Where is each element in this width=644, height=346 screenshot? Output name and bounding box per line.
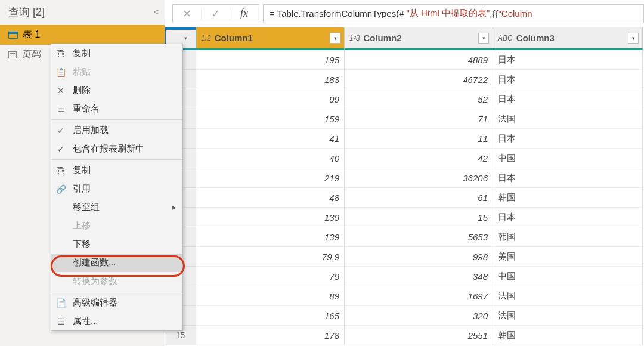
table-row[interactable]: 4111日本 [196, 129, 644, 149]
column-header-1[interactable]: 1.2 Column1 ▾ [196, 27, 345, 50]
menu-properties[interactable]: ☰属性... [51, 312, 182, 330]
cell-col1[interactable]: 99 [196, 89, 345, 109]
cell-col1[interactable]: 195 [196, 50, 345, 70]
cell-col3[interactable]: 中国 [493, 267, 643, 286]
column-header-2[interactable]: 1²3 Column2 ▾ [345, 27, 493, 50]
menu-move-up: 上移 [51, 217, 182, 235]
cell-col2[interactable]: 4889 [345, 50, 493, 70]
fx-icon[interactable]: fx [230, 7, 259, 20]
cell-col1[interactable]: 178 [196, 326, 345, 345]
cell-col3[interactable]: 中国 [493, 149, 643, 168]
reference-icon: 🔗 [55, 184, 67, 194]
cell-col2[interactable]: 15 [345, 208, 493, 227]
cell-col1[interactable]: 139 [196, 227, 345, 247]
cell-col1[interactable]: 165 [196, 306, 345, 326]
cell-col1[interactable]: 183 [196, 70, 345, 89]
cell-col2[interactable]: 320 [345, 306, 493, 326]
table-icon [8, 32, 18, 39]
cell-col3[interactable]: 日本 [493, 129, 643, 149]
cell-col3[interactable]: 法国 [493, 286, 643, 306]
cell-col3[interactable]: 日本 [493, 89, 643, 109]
cell-col2[interactable]: 42 [345, 149, 493, 168]
cell-col1[interactable]: 219 [196, 168, 345, 188]
queries-panel-header: 查询 [2] < [0, 0, 165, 25]
cell-col1[interactable]: 79 [196, 267, 345, 286]
copy-icon: ⿻ [55, 49, 67, 58]
cell-col2[interactable]: 998 [345, 247, 493, 267]
menu-enable-load[interactable]: ✓启用加载 [51, 121, 182, 140]
formula-input[interactable]: = Table.TransformColumnTypes(#"从 Html 中提… [263, 4, 644, 23]
column-name: Column3 [516, 33, 628, 43]
column-name: Column2 [363, 33, 478, 43]
cell-col1[interactable]: 40 [196, 149, 345, 168]
formula-bar: ✕ ✓ fx = Table.TransformColumnTypes(#"从 … [165, 0, 644, 27]
filter-dropdown-icon[interactable]: ▾ [478, 33, 489, 44]
menu-copy[interactable]: ⿻复制 [51, 44, 182, 63]
formula-string: "从 Html 中提取的表" [407, 8, 490, 19]
table-row[interactable]: 1395653韩国 [196, 227, 644, 247]
filter-dropdown-icon[interactable]: ▾ [330, 33, 340, 44]
cell-col3[interactable]: 日本 [493, 70, 643, 89]
menu-include-refresh[interactable]: ✓包含在报表刷新中 [51, 140, 182, 158]
menu-advanced-editor[interactable]: 📄高级编辑器 [51, 294, 182, 312]
cell-col2[interactable]: 71 [345, 109, 493, 129]
table-row[interactable]: 1954889日本 [196, 50, 644, 70]
cell-col3[interactable]: 韩国 [493, 227, 643, 247]
table-row[interactable]: 1782551韩国 [196, 326, 644, 345]
table-row[interactable]: 4042中国 [196, 149, 644, 168]
cell-col3[interactable]: 法国 [493, 109, 643, 129]
cell-col2[interactable]: 36206 [345, 168, 493, 188]
cell-col1[interactable]: 41 [196, 129, 345, 149]
cell-col2[interactable]: 5653 [345, 227, 493, 247]
table-icon [172, 34, 183, 42]
table-row[interactable]: 4861韩国 [196, 188, 644, 208]
cell-col2[interactable]: 11 [345, 129, 493, 149]
table-row[interactable]: 15971法国 [196, 109, 644, 129]
check-icon: ✓ [55, 144, 67, 154]
menu-reference[interactable]: 🔗引用 [51, 180, 182, 198]
cell-col3[interactable]: 日本 [493, 168, 643, 188]
table-row[interactable]: 165320法国 [196, 306, 644, 326]
formula-prefix: = Table.TransformColumnTypes(# [270, 8, 404, 18]
filter-dropdown-icon[interactable]: ▾ [628, 33, 639, 44]
cancel-formula-icon[interactable]: ✕ [173, 7, 202, 20]
menu-move-to-group[interactable]: 移至组▶ [51, 198, 182, 217]
menu-delete[interactable]: ✕删除 [51, 81, 182, 100]
table-row[interactable]: 13915日本 [196, 208, 644, 227]
delete-icon: ✕ [55, 86, 67, 95]
table-row[interactable]: 21936206日本 [196, 168, 644, 188]
cell-col2[interactable]: 52 [345, 89, 493, 109]
menu-create-function[interactable]: 创建函数... [51, 254, 182, 272]
column-name: Column1 [215, 33, 330, 43]
cell-col2[interactable]: 46722 [345, 70, 493, 89]
menu-duplicate[interactable]: ⿻复制 [51, 161, 182, 180]
check-icon: ✓ [55, 126, 67, 135]
column-header-3[interactable]: ABC Column3 ▾ [493, 27, 643, 50]
cell-col2[interactable]: 1697 [345, 286, 493, 306]
cell-col2[interactable]: 2551 [345, 326, 493, 345]
table-row[interactable]: 891697法国 [196, 286, 644, 306]
table-row[interactable]: 79348中国 [196, 267, 644, 286]
cell-col2[interactable]: 61 [345, 188, 493, 208]
table-row[interactable]: 79.9998美国 [196, 247, 644, 267]
table-row[interactable]: 9952日本 [196, 89, 644, 109]
cell-col3[interactable]: 韩国 [493, 326, 643, 345]
cell-col3[interactable]: 日本 [493, 208, 643, 227]
cell-col3[interactable]: 日本 [493, 50, 643, 70]
cell-col1[interactable]: 89 [196, 286, 345, 306]
cell-col1[interactable]: 48 [196, 188, 345, 208]
cell-col1[interactable]: 79.9 [196, 247, 345, 267]
collapse-icon[interactable]: < [154, 7, 159, 17]
accept-formula-icon[interactable]: ✓ [202, 7, 230, 20]
menu-rename[interactable]: ▭重命名 [51, 100, 182, 118]
menu-move-down[interactable]: 下移 [51, 235, 182, 254]
cell-col3[interactable]: 美国 [493, 247, 643, 267]
properties-icon: ☰ [55, 317, 67, 326]
cell-col3[interactable]: 法国 [493, 306, 643, 326]
cell-col2[interactable]: 348 [345, 267, 493, 286]
query-item-table1[interactable]: 表 1 [0, 25, 165, 45]
cell-col1[interactable]: 159 [196, 109, 345, 129]
table-row[interactable]: 18346722日本 [196, 70, 644, 89]
cell-col3[interactable]: 韩国 [493, 188, 643, 208]
cell-col1[interactable]: 139 [196, 208, 345, 227]
